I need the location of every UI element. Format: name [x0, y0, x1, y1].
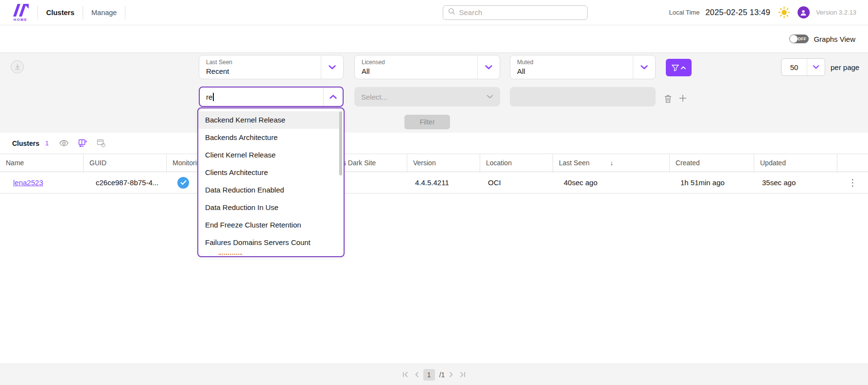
- table-row-count: 1: [45, 140, 49, 147]
- column-header-last-seen[interactable]: Last Seen ↓: [553, 154, 670, 172]
- cell-is-dark-site: [335, 172, 407, 193]
- filter-submit-button[interactable]: Filter: [404, 115, 450, 129]
- remove-filter-row-button[interactable]: [663, 94, 673, 104]
- last-seen-select[interactable]: Last Seen Recent: [199, 55, 344, 79]
- column-header-version[interactable]: Version: [407, 154, 480, 172]
- prev-page-button[interactable]: [413, 370, 420, 379]
- clipped-dropdown-option: [219, 254, 242, 255]
- graphs-view-toggle[interactable]: OFF: [789, 35, 809, 43]
- dropdown-option[interactable]: Failures Domains Servers Count: [198, 234, 344, 251]
- divider: [37, 6, 38, 19]
- home-logo[interactable]: HOME: [11, 3, 30, 22]
- column-header-guid[interactable]: GUID: [84, 154, 167, 172]
- download-icon: [14, 64, 21, 70]
- global-search[interactable]: [443, 5, 588, 20]
- last-seen-label: Last Seen: [206, 59, 321, 66]
- top-header: HOME Clusters Manage Local Time 2025-02-…: [0, 0, 868, 25]
- column-header-is-dark-site[interactable]: Is Dark Site: [335, 154, 407, 172]
- table-title: Clusters: [12, 140, 39, 147]
- toggle-knob: [790, 35, 798, 43]
- toggle-state-label: OFF: [798, 36, 806, 41]
- cell-created: 1h 51min ago: [670, 172, 754, 193]
- muted-label: Muted: [517, 59, 633, 66]
- person-icon: [800, 9, 807, 16]
- visibility-button[interactable]: [59, 140, 69, 146]
- dropdown-scrollbar[interactable]: [339, 111, 342, 175]
- last-seen-value: Recent: [206, 67, 321, 75]
- licensed-value: All: [362, 67, 477, 75]
- column-header-name[interactable]: Name: [0, 154, 84, 172]
- filter-operator-select[interactable]: Select...: [354, 87, 500, 106]
- muted-select-main: Muted All: [510, 55, 633, 79]
- cell-guid: c26ce987-8b75-4...: [84, 172, 167, 193]
- chevron-down-icon: [480, 95, 500, 99]
- table-row[interactable]: lena2523 c26ce987-8b75-4... 4.4.5.4211 O…: [0, 172, 868, 193]
- muted-select[interactable]: Muted All: [510, 55, 656, 79]
- column-settings-button[interactable]: [78, 139, 87, 147]
- filter-field-dropdown: Backend Kernel Release Backends Architec…: [197, 107, 345, 257]
- filter-field-value: re: [206, 93, 212, 101]
- current-page[interactable]: 1: [423, 369, 435, 381]
- last-page-button[interactable]: [458, 370, 467, 379]
- chevron-down-icon[interactable]: [477, 55, 500, 79]
- chevron-right-icon: [449, 371, 454, 378]
- next-page-button[interactable]: [448, 370, 455, 379]
- search-icon: [448, 8, 455, 17]
- last-seen-select-main: Last Seen Recent: [199, 55, 321, 79]
- column-header-created[interactable]: Created: [670, 154, 754, 172]
- dropdown-option[interactable]: Data Reduction Enabled: [198, 181, 344, 199]
- user-avatar[interactable]: [798, 6, 810, 18]
- chevron-down-icon[interactable]: [321, 55, 343, 79]
- dropdown-option[interactable]: Backend Kernel Release: [198, 111, 339, 129]
- view-toolbar: OFF Graphs View: [0, 25, 868, 53]
- last-page-icon: [459, 371, 466, 378]
- chevron-up-icon: [681, 66, 686, 70]
- clusters-page: HOME Clusters Manage Local Time 2025-02-…: [0, 0, 868, 385]
- cell-location: OCI: [480, 172, 553, 193]
- text-cursor: [213, 93, 214, 101]
- table-refresh-icon: [97, 139, 105, 147]
- filter-field-text: re: [200, 88, 323, 106]
- chevron-up-icon[interactable]: [323, 88, 343, 106]
- divider: [125, 6, 125, 19]
- add-filter-row-button[interactable]: [678, 93, 688, 103]
- nav-tab-manage[interactable]: Manage: [90, 9, 118, 17]
- theme-toggle-sun-icon[interactable]: [778, 6, 790, 18]
- per-page-select[interactable]: 50: [781, 58, 825, 76]
- column-header-location[interactable]: Location: [480, 154, 553, 172]
- total-pages: /1: [439, 371, 445, 379]
- last-seen-header-label: Last Seen: [559, 159, 590, 167]
- chevron-down-icon[interactable]: [807, 59, 825, 75]
- table-title-row: Clusters 1: [0, 133, 868, 154]
- cell-name: lena2523: [0, 172, 84, 193]
- column-header-actions: [837, 154, 868, 172]
- cell-last-seen: 40sec ago: [553, 172, 670, 193]
- dropdown-option[interactable]: Data Reduction In Use: [198, 199, 344, 216]
- chevron-down-icon[interactable]: [633, 55, 655, 79]
- nav-tab-clusters[interactable]: Clusters: [45, 9, 75, 17]
- dropdown-option[interactable]: Client Kernel Release: [198, 146, 344, 164]
- monitoring-check-icon: [177, 177, 189, 189]
- advanced-filter-button[interactable]: [666, 59, 692, 76]
- operator-placeholder: Select...: [354, 93, 480, 101]
- export-download-button[interactable]: [11, 60, 24, 73]
- filter-value-input[interactable]: [510, 87, 656, 106]
- cell-version: 4.4.5.4211: [407, 172, 480, 193]
- dropdown-option[interactable]: Backends Architecture: [198, 129, 344, 146]
- muted-value: All: [517, 67, 633, 75]
- dropdown-option[interactable]: Clients Architecture: [198, 164, 344, 181]
- local-time-value: 2025-02-25 13:49: [705, 8, 770, 17]
- filter-field-input[interactable]: re: [199, 87, 344, 107]
- cluster-name-link[interactable]: lena2523: [13, 178, 43, 187]
- first-page-icon: [402, 371, 409, 378]
- licensed-select[interactable]: Licensed All: [354, 55, 500, 79]
- sort-desc-icon[interactable]: ↓: [610, 159, 613, 167]
- dropdown-option[interactable]: End Freeze Cluster Retention: [198, 216, 344, 234]
- search-input[interactable]: [459, 8, 582, 17]
- table-header-row: Name GUID Monitoring Is Dark Site Versio…: [0, 154, 868, 172]
- first-page-button[interactable]: [401, 370, 410, 379]
- table-layout-button[interactable]: [97, 139, 105, 147]
- trash-icon: [664, 95, 672, 103]
- column-header-updated[interactable]: Updated: [754, 154, 837, 172]
- row-menu-kebab-icon[interactable]: ⋮: [848, 177, 857, 188]
